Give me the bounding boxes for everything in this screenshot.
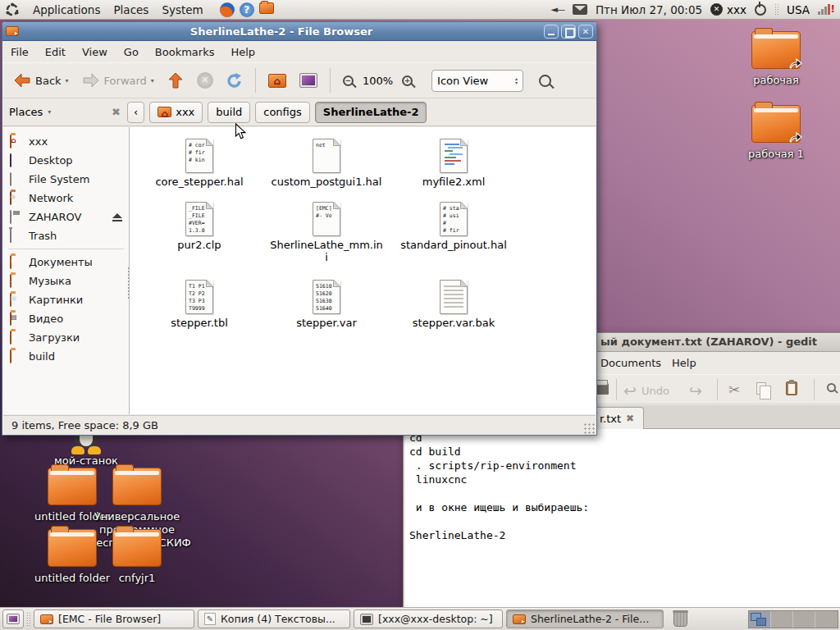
sidebar-item-home[interactable]: ⌂ xxx bbox=[3, 132, 129, 151]
chevron-down-icon: ▾ bbox=[66, 77, 69, 84]
mail-icon[interactable] bbox=[573, 4, 587, 15]
up-button[interactable] bbox=[163, 69, 188, 92]
sidebar-item-desktop[interactable]: Desktop bbox=[3, 151, 129, 170]
file-item[interactable]: T1 P1T2 P2T3 P3T9999 stepper.tbl bbox=[138, 280, 261, 329]
show-desktop-button[interactable] bbox=[2, 609, 24, 628]
workspace-3[interactable] bbox=[793, 611, 815, 628]
computer-button[interactable] bbox=[295, 71, 322, 90]
menu-applications[interactable]: Applications bbox=[33, 3, 100, 16]
file-manager-icon[interactable] bbox=[259, 2, 274, 14]
home-folder-icon: ⌂ bbox=[10, 135, 11, 148]
undo-icon[interactable]: ↩ bbox=[623, 381, 637, 399]
search-icon[interactable] bbox=[827, 383, 836, 392]
taskbar-window-gedit[interactable]: ✎ Копия (4) Текстовы... bbox=[198, 609, 350, 628]
file-item[interactable]: # cor# fir# kin core_stepper.hal bbox=[138, 139, 261, 188]
sidebar-item-music[interactable]: ♪ Музыка bbox=[3, 272, 129, 290]
menu-places[interactable]: Places bbox=[113, 3, 148, 16]
file-item[interactable]: # sta# usi## fir standard_pinout.hal bbox=[392, 202, 515, 251]
user-switcher[interactable]: ✕ xxx bbox=[710, 3, 746, 16]
home-folder-icon bbox=[158, 107, 171, 117]
power-icon[interactable] bbox=[755, 4, 766, 16]
menu-go[interactable]: Go bbox=[124, 46, 139, 58]
sidebar-item-network[interactable]: ● Network bbox=[3, 189, 129, 208]
tab-close-icon[interactable]: ✖ bbox=[626, 413, 634, 424]
menu-bookmarks[interactable]: Bookmarks bbox=[155, 46, 215, 58]
search-button[interactable] bbox=[535, 72, 555, 89]
file-item[interactable]: _FILE_FILE#VER=1.3.0 pur2.clp bbox=[138, 202, 261, 251]
file-name: myfile2.xml bbox=[396, 176, 511, 188]
path-button-home[interactable]: xxx bbox=[149, 102, 203, 123]
stop-button[interactable]: ✕ bbox=[193, 70, 217, 91]
forward-button[interactable]: Forward ▾ bbox=[78, 70, 158, 91]
workspace-2[interactable] bbox=[771, 611, 793, 628]
sidebar-item-video[interactable]: ▤ Видео bbox=[3, 309, 129, 328]
file-name: custom_postgui1.hal bbox=[269, 176, 384, 188]
file-browser-titlebar[interactable]: SherlineLathe-2 - File Browser ✕ bbox=[2, 22, 596, 41]
close-side-pane-icon[interactable]: ✖ bbox=[112, 106, 121, 118]
copy-icon[interactable] bbox=[756, 382, 766, 395]
cut-icon[interactable]: ✂ bbox=[728, 381, 740, 398]
desktop-icon-cnfyjr1[interactable]: cnfyjr1 bbox=[88, 529, 186, 585]
applet-drag-handle[interactable] bbox=[774, 3, 778, 16]
help-icon[interactable]: ? bbox=[240, 2, 254, 17]
desktop-icon-rabochaya[interactable]: рабочая bbox=[727, 31, 825, 87]
workspace-1[interactable] bbox=[749, 611, 771, 628]
menu-edit[interactable]: Edit bbox=[45, 46, 66, 58]
menu-documents[interactable]: Documents bbox=[600, 357, 661, 369]
paste-icon[interactable] bbox=[786, 381, 797, 395]
reload-button[interactable] bbox=[222, 70, 247, 91]
clock[interactable]: Птн Июл 27, 00:05 bbox=[596, 3, 702, 16]
eject-icon[interactable] bbox=[112, 213, 122, 221]
minimize-button[interactable] bbox=[544, 25, 559, 39]
home-button[interactable] bbox=[264, 71, 290, 90]
forward-arrow-icon bbox=[82, 72, 100, 89]
volume-muted-icon[interactable]: ◄--- bbox=[551, 4, 564, 15]
file-item[interactable]: [EMC]#- Ve SherlineLathe_mm.ini bbox=[265, 202, 388, 263]
path-button-build[interactable]: build bbox=[208, 102, 250, 123]
back-button[interactable]: Back ▾ bbox=[9, 70, 73, 91]
side-pane-selector[interactable]: Places ▾ ✖ bbox=[2, 106, 127, 118]
menu-file[interactable]: File bbox=[11, 46, 29, 58]
taskbar-window-emc[interactable]: [EMC - File Browser] bbox=[34, 609, 194, 628]
path-button-current[interactable]: SherlineLathe-2 bbox=[315, 102, 427, 123]
workspace-switcher[interactable] bbox=[748, 610, 838, 628]
gedit-tab[interactable]: r.txt ✖ bbox=[590, 407, 644, 429]
toolbar-separator bbox=[717, 379, 718, 400]
undo-label: Undo bbox=[641, 385, 669, 397]
sidebar-item-trash[interactable]: Trash bbox=[3, 226, 129, 245]
gedit-text-area[interactable]: cd cd build . scripts/rip-environment li… bbox=[405, 429, 840, 609]
menu-help[interactable]: Help bbox=[231, 46, 255, 58]
zoom-out-button[interactable]: − bbox=[339, 73, 358, 89]
redo-icon[interactable]: ↪ bbox=[689, 381, 702, 399]
trash-icon[interactable] bbox=[673, 612, 687, 627]
sidebar-item-pictures[interactable]: ▣ Картинки bbox=[3, 290, 129, 309]
window-resize-grip[interactable] bbox=[583, 422, 595, 434]
close-button[interactable]: ✕ bbox=[578, 25, 593, 39]
sidebar-item-downloads[interactable]: ↓ Загрузки bbox=[3, 328, 129, 347]
taskbar-window-sherline[interactable]: SherlineLathe-2 - File... bbox=[506, 609, 664, 628]
firefox-icon[interactable] bbox=[220, 2, 235, 17]
menu-system[interactable]: System bbox=[162, 3, 203, 16]
file-item[interactable]: myfile2.xml bbox=[392, 139, 515, 188]
sidebar-item-zaharov[interactable]: ZAHAROV bbox=[3, 208, 129, 226]
menu-help[interactable]: Help bbox=[672, 357, 696, 369]
file-item[interactable]: 51610516205163051640 stepper.var bbox=[265, 280, 388, 329]
toolbar-separator bbox=[255, 68, 256, 93]
path-button-configs[interactable]: configs bbox=[255, 102, 310, 123]
desktop-icon-rabochaya-1[interactable]: рабочая 1 bbox=[727, 105, 825, 161]
workspace-4[interactable] bbox=[815, 611, 838, 628]
maximize-button[interactable] bbox=[561, 25, 576, 39]
keyboard-layout-indicator[interactable]: USA bbox=[787, 3, 810, 16]
sidebar-item-filesystem[interactable]: File System bbox=[3, 170, 129, 189]
sidebar-item-build[interactable]: build bbox=[3, 347, 129, 366]
menu-view[interactable]: View bbox=[82, 46, 107, 58]
file-icon-view[interactable]: # cor# fir# kin core_stepper.hal net cus… bbox=[130, 127, 596, 414]
network-signal-icon[interactable]: ! bbox=[818, 4, 835, 15]
path-scroll-left-button[interactable]: ‹ bbox=[127, 102, 144, 123]
file-item[interactable]: stepper.var.bak bbox=[392, 280, 515, 329]
view-mode-select[interactable]: Icon View ▴▾ bbox=[431, 70, 523, 92]
zoom-in-button[interactable]: + bbox=[398, 73, 417, 89]
sidebar-item-documents[interactable]: ≡ Документы bbox=[3, 253, 129, 272]
file-item[interactable]: net custom_postgui1.hal bbox=[265, 139, 388, 188]
taskbar-window-terminal[interactable]: [xxx@xxx-desktop: ~] bbox=[354, 609, 503, 628]
